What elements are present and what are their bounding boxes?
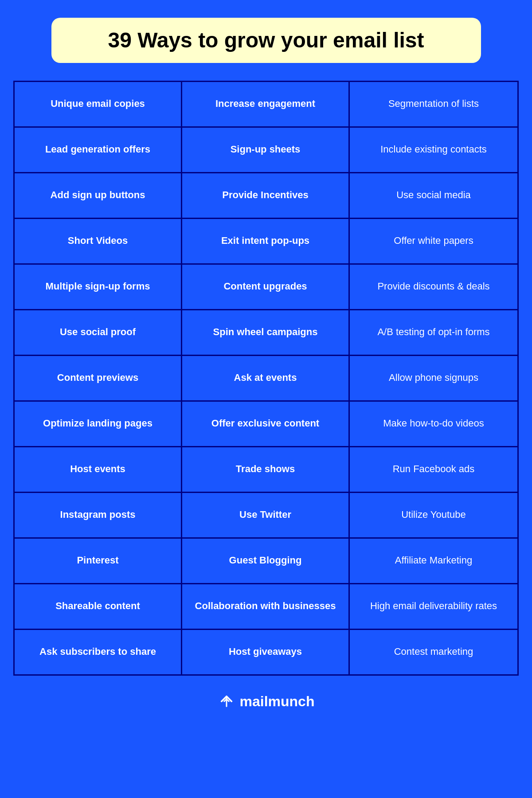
grid-row-11: PinterestGuest BloggingAffiliate Marketi…	[15, 539, 517, 584]
cell-text: Segmentation of lists	[388, 98, 479, 110]
grid-row-1: Unique email copiesIncrease engagementSe…	[15, 82, 517, 128]
grid-cell-10-3: Utilize Youtube	[350, 493, 517, 537]
grid-cell-3-3: Use social media	[350, 173, 517, 218]
grid-cell-7-2: Ask at events	[182, 356, 350, 400]
cell-text: Offer exclusive content	[211, 417, 319, 430]
cell-text: Sign-up sheets	[231, 143, 301, 156]
cell-text: Host events	[70, 463, 125, 476]
grid-cell-13-1: Ask subscribers to share	[15, 630, 182, 674]
cell-text: Provide discounts & deals	[377, 280, 489, 293]
cell-text: Include existing contacts	[380, 143, 487, 156]
grid-cell-2-1: Lead generation offers	[15, 128, 182, 172]
cell-text: Content upgrades	[223, 280, 307, 293]
cell-text: Instagram posts	[60, 509, 136, 521]
grid-cell-9-3: Run Facebook ads	[350, 447, 517, 492]
grid-cell-13-3: Contest marketing	[350, 630, 517, 674]
grid-cell-4-3: Offer white papers	[350, 219, 517, 263]
grid-cell-12-3: High email deliverability rates	[350, 584, 517, 629]
grid-row-4: Short VideosExit intent pop-upsOffer whi…	[15, 219, 517, 265]
grid-row-10: Instagram postsUse TwitterUtilize Youtub…	[15, 493, 517, 539]
grid-row-12: Shareable contentCollaboration with busi…	[15, 584, 517, 630]
grid-cell-1-1: Unique email copies	[15, 82, 182, 126]
grid-row-2: Lead generation offersSign-up sheetsIncl…	[15, 128, 517, 173]
grid-cell-3-1: Add sign up buttons	[15, 173, 182, 218]
cell-text: Exit intent pop-ups	[221, 235, 309, 247]
brand-logo: mailmunch	[218, 693, 315, 710]
grid-cell-9-2: Trade shows	[182, 447, 350, 492]
grid-cell-2-2: Sign-up sheets	[182, 128, 350, 172]
cell-text: Provide Incentives	[222, 189, 308, 202]
grid-row-7: Content previewsAsk at eventsAllow phone…	[15, 356, 517, 402]
grid-cell-1-2: Increase engagement	[182, 82, 350, 126]
cell-text: Host giveaways	[229, 645, 302, 658]
cell-text: Add sign up buttons	[51, 189, 145, 202]
grid-cell-7-1: Content previews	[15, 356, 182, 400]
footer: mailmunch	[218, 693, 315, 710]
brand-name: mailmunch	[240, 693, 315, 710]
grid-row-9: Host eventsTrade showsRun Facebook ads	[15, 447, 517, 493]
cell-text: Trade shows	[236, 463, 295, 476]
grid-cell-4-1: Short Videos	[15, 219, 182, 263]
grid-cell-2-3: Include existing contacts	[350, 128, 517, 172]
grid-cell-11-3: Affiliate Marketing	[350, 539, 517, 583]
cell-text: Unique email copies	[51, 98, 145, 110]
grid-cell-11-1: Pinterest	[15, 539, 182, 583]
cell-text: Utilize Youtube	[401, 509, 466, 521]
grid-cell-12-1: Shareable content	[15, 584, 182, 629]
grid-cell-10-1: Instagram posts	[15, 493, 182, 537]
grid-cell-8-1: Optimize landing pages	[15, 402, 182, 446]
cell-text: Multiple sign-up forms	[46, 280, 150, 293]
cell-text: Shareable content	[55, 600, 140, 613]
cell-text: Optimize landing pages	[43, 417, 153, 430]
grid-cell-12-2: Collaboration with businesses	[182, 584, 350, 629]
grid-cell-13-2: Host giveaways	[182, 630, 350, 674]
grid-cell-5-1: Multiple sign-up forms	[15, 265, 182, 309]
grid-cell-6-1: Use social proof	[15, 310, 182, 355]
grid-row-6: Use social proofSpin wheel campaignsA/B …	[15, 310, 517, 356]
grid-cell-6-3: A/B testing of opt-in forms	[350, 310, 517, 355]
cell-text: Affiliate Marketing	[395, 554, 472, 567]
cell-text: Pinterest	[77, 554, 118, 567]
grid-row-3: Add sign up buttonsProvide IncentivesUse…	[15, 173, 517, 219]
cell-text: Collaboration with businesses	[195, 600, 336, 613]
grid-cell-8-2: Offer exclusive content	[182, 402, 350, 446]
grid-cell-10-2: Use Twitter	[182, 493, 350, 537]
cell-text: Increase engagement	[215, 98, 315, 110]
cell-text: Lead generation offers	[45, 143, 150, 156]
page-title: 39 Ways to grow your email list	[74, 27, 459, 53]
cell-text: Make how-to-do videos	[383, 417, 484, 430]
grid-cell-4-2: Exit intent pop-ups	[182, 219, 350, 263]
cell-text: Guest Blogging	[229, 554, 302, 567]
cell-text: Spin wheel campaigns	[213, 326, 318, 339]
grid-row-13: Ask subscribers to shareHost giveawaysCo…	[15, 630, 517, 674]
title-box: 39 Ways to grow your email list	[51, 18, 481, 63]
cell-text: High email deliverability rates	[370, 600, 497, 613]
cell-text: Offer white papers	[394, 235, 473, 247]
grid-cell-7-3: Allow phone signups	[350, 356, 517, 400]
mailmunch-logo-icon	[218, 695, 235, 708]
cell-text: Run Facebook ads	[393, 463, 475, 476]
cell-text: Use social proof	[60, 326, 136, 339]
grid-container: Unique email copiesIncrease engagementSe…	[13, 81, 519, 676]
cell-text: Contest marketing	[394, 645, 473, 658]
cell-text: Ask at events	[234, 372, 297, 384]
grid-cell-9-1: Host events	[15, 447, 182, 492]
cell-text: Short Videos	[68, 235, 128, 247]
grid-cell-1-3: Segmentation of lists	[350, 82, 517, 126]
grid-cell-6-2: Spin wheel campaigns	[182, 310, 350, 355]
cell-text: Ask subscribers to share	[39, 645, 156, 658]
cell-text: Content previews	[57, 372, 138, 384]
grid-cell-11-2: Guest Blogging	[182, 539, 350, 583]
grid-cell-8-3: Make how-to-do videos	[350, 402, 517, 446]
grid-cell-5-2: Content upgrades	[182, 265, 350, 309]
cell-text: A/B testing of opt-in forms	[377, 326, 489, 339]
cell-text: Allow phone signups	[389, 372, 478, 384]
grid-cell-3-2: Provide Incentives	[182, 173, 350, 218]
grid-row-5: Multiple sign-up formsContent upgradesPr…	[15, 265, 517, 310]
cell-text: Use Twitter	[239, 509, 291, 521]
grid-cell-5-3: Provide discounts & deals	[350, 265, 517, 309]
cell-text: Use social media	[396, 189, 471, 202]
grid-row-8: Optimize landing pagesOffer exclusive co…	[15, 402, 517, 447]
